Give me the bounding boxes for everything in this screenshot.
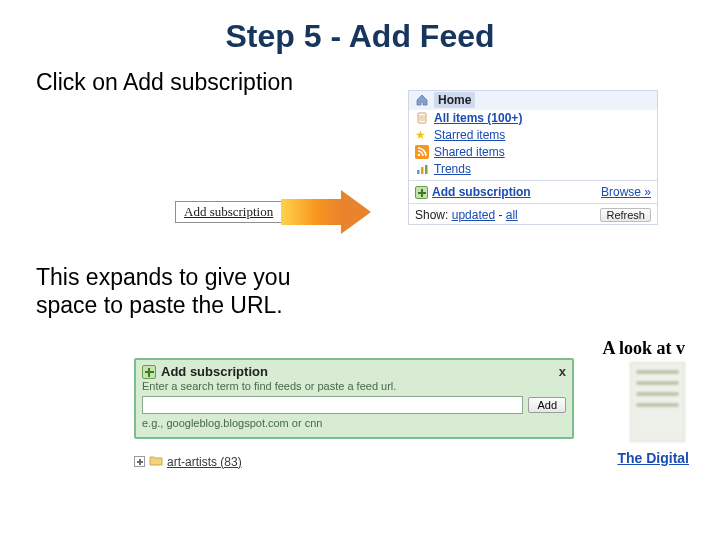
folder-row[interactable]: art-artists (83) — [134, 454, 242, 469]
page-icon — [415, 111, 429, 125]
show-separator: - — [495, 208, 506, 222]
plus-icon — [142, 365, 156, 379]
reader-sidebar-panel: Home All items (100+) ★ Starred items Sh… — [408, 90, 658, 225]
sidebar-item-starred[interactable]: ★ Starred items — [409, 127, 657, 144]
feed-icon — [415, 145, 429, 159]
expanded-screenshot-area: A look at v Add subscription x Enter a s… — [110, 338, 685, 468]
expand-icon[interactable] — [134, 456, 145, 467]
panel-title: Add subscription — [161, 364, 268, 379]
sidebar-item-shared[interactable]: Shared items — [409, 144, 657, 161]
instruction-expands-l2: space to paste the URL. — [36, 292, 283, 320]
separator — [409, 203, 657, 204]
peek-article-title: A look at v — [602, 338, 685, 359]
add-subscription-link[interactable]: Add subscription — [415, 185, 531, 199]
svg-rect-4 — [421, 167, 424, 174]
slide-title: Step 5 - Add Feed — [0, 18, 720, 55]
arrow-icon — [281, 190, 371, 234]
feed-url-input[interactable] — [142, 396, 523, 414]
browse-link[interactable]: Browse » — [601, 185, 651, 199]
show-label: Show: — [415, 208, 448, 222]
add-subscription-label: Add subscription — [432, 185, 531, 199]
svg-point-2 — [418, 154, 421, 157]
refresh-button[interactable]: Refresh — [600, 208, 651, 222]
callout-arrow-row: Add subscription — [175, 190, 371, 234]
instruction-expands-l1: This expands to give you — [36, 264, 290, 292]
star-icon: ★ — [415, 128, 429, 142]
sidebar-shared-label: Shared items — [434, 145, 505, 159]
peek-background — [630, 362, 685, 442]
sidebar-item-all-items[interactable]: All items (100+) — [409, 110, 657, 127]
plus-icon — [415, 186, 428, 199]
sidebar-trends-label: Trends — [434, 162, 471, 176]
svg-rect-3 — [417, 170, 420, 174]
folder-label: art-artists (83) — [167, 455, 242, 469]
sidebar-starred-label: Starred items — [434, 128, 505, 142]
separator — [409, 180, 657, 181]
svg-rect-5 — [425, 165, 428, 174]
sidebar-all-items-label: All items (100+) — [434, 111, 522, 125]
peek-link[interactable]: The Digital — [617, 450, 689, 466]
folder-icon — [149, 454, 163, 469]
bars-icon — [415, 162, 429, 176]
add-subscription-panel: Add subscription x Enter a search term t… — [134, 358, 574, 439]
add-button[interactable]: Add — [528, 397, 566, 413]
sidebar-home-label: Home — [434, 92, 475, 108]
sidebar-item-home[interactable]: Home — [409, 91, 657, 110]
panel-hint: Enter a search term to find feeds or pas… — [142, 380, 566, 392]
home-icon — [415, 93, 429, 107]
close-icon[interactable]: x — [559, 364, 566, 379]
show-updated-link[interactable]: updated — [452, 208, 495, 222]
show-all-link[interactable]: all — [506, 208, 518, 222]
panel-example: e.g., googleblog.blogspot.com or cnn — [142, 417, 566, 429]
sidebar-item-trends[interactable]: Trends — [409, 161, 657, 178]
callout-add-subscription-box: Add subscription — [175, 201, 282, 223]
show-filter: Show: updated - all — [415, 208, 518, 222]
